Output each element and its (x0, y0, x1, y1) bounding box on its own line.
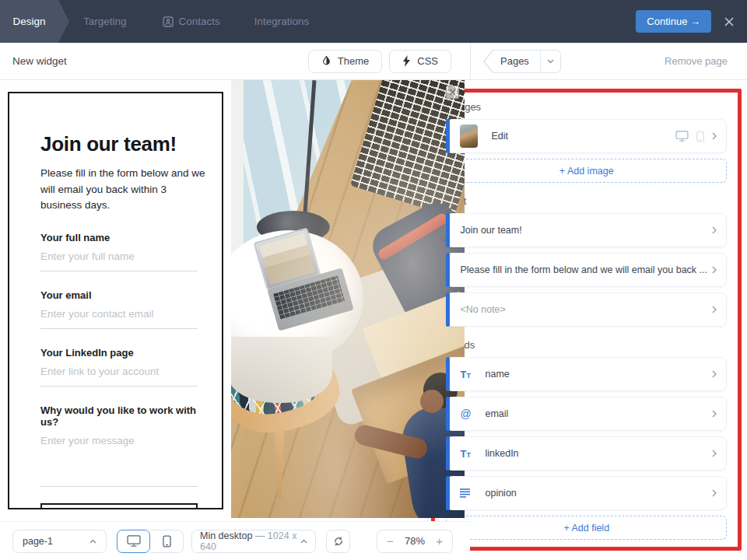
field-label: Why would you like to work with us? (40, 404, 203, 428)
pages-panel: Images Edit (427, 80, 747, 560)
field-item-card[interactable]: opinion (446, 476, 727, 510)
continue-button[interactable]: Continue → (636, 10, 711, 33)
tab-targeting[interactable]: Targeting (83, 0, 127, 43)
desktop-icon (127, 535, 141, 547)
secondary-header: New widget Theme CSS (0, 43, 747, 80)
image-marker-icon[interactable] (446, 86, 459, 99)
photo-table-base (231, 337, 332, 403)
preview-field-email[interactable]: Your email Enter your contact email (40, 289, 203, 329)
widget-preview-form[interactable]: Join our team! Please fill in the form b… (8, 92, 223, 509)
field-underline (40, 486, 198, 487)
chevron-up-icon (300, 539, 307, 544)
chevron-right-icon (712, 132, 717, 140)
chevron-right-icon (712, 489, 717, 497)
device-toggle-group (117, 530, 184, 553)
secondary-header-left: New widget Theme CSS (0, 43, 470, 79)
field-underline (40, 271, 198, 271)
close-button[interactable] (717, 10, 741, 33)
chevron-right-icon (712, 226, 717, 234)
field-item-card[interactable]: @ email (446, 397, 727, 431)
field-item-label: opinion (485, 488, 516, 499)
chevron-right-icon (712, 370, 717, 378)
page-selector-value: page-1 (23, 536, 53, 547)
chevron-right-icon (712, 410, 717, 418)
text-field-icon: TT (460, 448, 479, 460)
zoom-in-button[interactable]: + (434, 535, 444, 547)
text-item-label: Join our team! (460, 225, 526, 236)
screen-size-selector[interactable]: Min desktop — 1024 x 640 (191, 530, 316, 553)
preview-field-linkedin[interactable]: Your LinkedIn page Enter link to your ac… (40, 347, 203, 387)
card-accent-bar (446, 253, 450, 287)
contacts-icon (163, 16, 174, 27)
tab-design-label: Design (12, 16, 45, 27)
field-item-label: name (485, 369, 509, 380)
tab-contacts[interactable]: Contacts (163, 0, 220, 43)
continue-button-label: Continue → (647, 16, 700, 27)
field-item-card[interactable]: TT name (446, 357, 727, 391)
screen-size-value: Min desktop — 1024 x 640 (200, 530, 300, 552)
preview-field-name[interactable]: Your full name Enter your full name (40, 232, 203, 271)
field-underline (40, 386, 198, 387)
zoom-out-button[interactable]: − (385, 535, 395, 547)
card-accent-bar (446, 357, 450, 391)
photo-pillar (231, 80, 244, 263)
text-item-card[interactable]: <No note> (446, 292, 727, 327)
text-item-card[interactable]: Join our team! (446, 213, 727, 247)
email-field-icon: @ (460, 408, 479, 420)
add-field-button[interactable]: + Add field (446, 516, 727, 540)
card-accent-bar (446, 213, 450, 247)
card-accent-bar (446, 476, 450, 510)
rotate-icon (333, 536, 344, 547)
tab-targeting-label: Targeting (83, 16, 127, 27)
desktop-icon (675, 131, 689, 142)
text-section-title: Text (447, 195, 725, 207)
preview-description[interactable]: Please fill in the form below and we wil… (40, 166, 206, 214)
fields-section-title: Fields (447, 339, 725, 351)
mobile-icon (163, 535, 171, 548)
field-item-card[interactable]: TT linkedIn (446, 436, 727, 471)
field-label: Your full name (40, 232, 203, 243)
mobile-view-button[interactable] (150, 530, 184, 553)
pages-label: Pages (493, 55, 540, 67)
chevron-down-icon[interactable] (540, 51, 560, 72)
css-button[interactable]: CSS (389, 50, 451, 73)
widget-photo[interactable] (231, 80, 465, 518)
field-placeholder: Enter link to your account (40, 366, 203, 377)
image-item-card[interactable]: Edit (446, 119, 727, 153)
add-image-button[interactable]: + Add image (446, 159, 727, 183)
top-navigation-bar: Design Targeting Contacts Integrations C… (0, 0, 747, 43)
preview-field-message[interactable]: Why would you like to work with us? Ente… (40, 404, 203, 487)
chevron-right-icon (712, 450, 717, 457)
pages-selector[interactable]: Pages (493, 50, 561, 73)
field-placeholder: Enter your full name (40, 250, 203, 262)
screen-size-primary: Min desktop (200, 530, 252, 541)
card-accent-bar (446, 436, 450, 471)
tab-integrations[interactable]: Integrations (254, 0, 310, 43)
field-label: Your email (40, 289, 203, 301)
theme-icon (321, 55, 331, 67)
card-accent-bar (446, 119, 450, 153)
text-item-card[interactable]: Please fill in the form below and we wil… (446, 253, 727, 287)
remove-page-button[interactable]: Remove page (665, 55, 728, 67)
textarea-field-icon (460, 488, 479, 498)
design-canvas: Join our team! Please fill in the form b… (0, 80, 427, 560)
preview-submit-button[interactable]: SUBMIT (40, 503, 198, 510)
tab-design[interactable]: Design (0, 0, 58, 43)
close-icon (724, 16, 735, 27)
widget-title: New widget (12, 55, 67, 67)
card-accent-bar (446, 397, 450, 431)
image-item-label: Edit (491, 131, 508, 142)
theme-button[interactable]: Theme (308, 50, 382, 73)
chevron-right-icon (712, 266, 717, 274)
rotate-orientation-button[interactable] (326, 530, 350, 553)
zoom-level-value: 78% (405, 535, 425, 547)
lightning-icon (402, 55, 411, 67)
page-selector[interactable]: page-1 (12, 530, 107, 553)
field-label: Your LinkedIn page (40, 347, 203, 359)
text-field-icon: TT (460, 369, 479, 380)
desktop-view-button[interactable] (117, 530, 150, 553)
preview-heading[interactable]: Join our team! (40, 132, 203, 156)
mobile-icon (696, 131, 704, 142)
text-item-label: Please fill in the form below and we wil… (460, 264, 712, 275)
field-placeholder: Enter your message (40, 435, 203, 446)
